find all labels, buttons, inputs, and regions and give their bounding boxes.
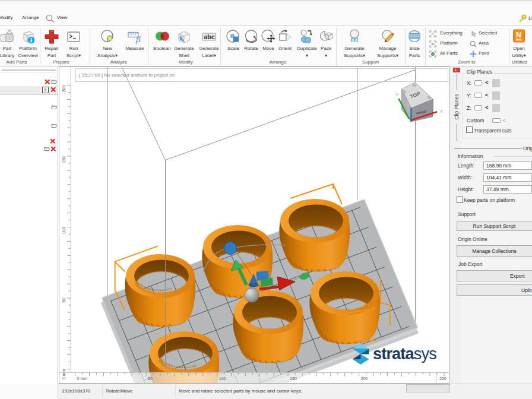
svg-text:0 mm: 0 mm (77, 376, 88, 381)
svg-text:150: 150 (290, 376, 297, 381)
svg-text:MFG: MFG (517, 39, 521, 41)
svg-text:150: 150 (62, 156, 66, 163)
svg-text:[ 15:27:00 ] No selected ancho: [ 15:27:00 ] No selected anchors to proj… (79, 72, 175, 78)
svg-text:β: β (135, 34, 141, 44)
svg-text:N: N (516, 31, 521, 39)
svg-text:200: 200 (62, 85, 66, 92)
svg-text:Y: Y (395, 92, 398, 97)
svg-text:abc: abc (204, 33, 215, 40)
svg-text:0 mm: 0 mm (62, 369, 66, 379)
svg-text:stratasys: stratasys (373, 345, 436, 363)
svg-text:100: 100 (219, 376, 226, 381)
svg-text:100: 100 (62, 227, 66, 234)
svg-text:200: 200 (361, 376, 368, 381)
svg-text:50: 50 (148, 376, 153, 381)
svg-text:X: X (440, 109, 443, 114)
svg-text:50: 50 (62, 298, 66, 303)
svg-text:250: 250 (439, 376, 446, 381)
